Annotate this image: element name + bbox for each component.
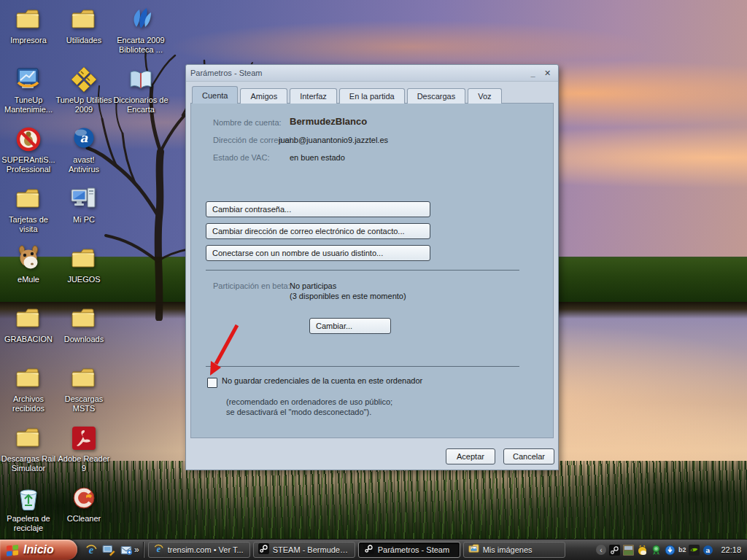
task-mis-im-genes[interactable]: Mis imágenes: [463, 542, 565, 558]
divider: [206, 366, 519, 367]
account-name-label: Nombre de cuenta:: [213, 118, 282, 127]
minimize-button[interactable]: _: [527, 68, 539, 79]
tuneup-puzzle-icon: [69, 64, 99, 95]
folder-icon: [69, 4, 99, 35]
task-label: STEAM - Bermudez...: [273, 545, 350, 554]
download-tray-icon[interactable]: [665, 545, 676, 556]
desktop-icon-descargas-msts[interactable]: Descargas MSTS: [56, 363, 112, 413]
account-tab-panel: Nombre de cuenta: BermudezBlanco Direcci…: [190, 103, 554, 438]
steam-settings-dialog: Parámetros - Steam _ ✕ CuentaAmigosInter…: [185, 64, 559, 470]
login-different-user-button[interactable]: Conectarse con un nombre de usuario dist…: [206, 245, 430, 261]
task-label: trensim.com • Ver T...: [168, 545, 244, 554]
desktop-icon-utilidades[interactable]: Utilidades: [56, 4, 112, 45]
desktop-icon-diccionarios-de-encarta[interactable]: Diccionarios de Encarta: [113, 64, 169, 114]
accept-button[interactable]: Aceptar: [446, 448, 495, 464]
steam-icon: [258, 543, 269, 557]
desktop-icon-encarta-2009-biblioteca[interactable]: Encarta 2009 Biblioteca ...: [113, 4, 169, 55]
taskbar-clock: 22:18: [721, 545, 741, 554]
svg-text:a: a: [80, 131, 88, 145]
show-desktop-icon[interactable]: [102, 543, 115, 556]
change-email-button[interactable]: Cambiar dirección de correo electrónico …: [206, 223, 430, 239]
folder-icon: [13, 363, 44, 394]
task-trensim-com-ver-t[interactable]: etrensim.com • Ver T...: [148, 542, 250, 558]
ccleaner-icon: [69, 483, 99, 513]
desktop-icon-label: Downloads: [50, 335, 118, 344]
account-name-value: BermudezBlanco: [290, 116, 367, 127]
folder-icon: [13, 303, 44, 334]
cancel-button[interactable]: Cancelar: [503, 448, 554, 464]
ie-icon[interactable]: e: [85, 543, 98, 556]
dialog-titlebar: Parámetros - Steam _ ✕: [186, 65, 558, 82]
adobe-icon: [69, 423, 99, 454]
avast-tray-icon[interactable]: a: [703, 545, 713, 556]
desktop-icon-superantis-professional[interactable]: SUPERAntiS... Professional: [1, 124, 56, 174]
folder-icon: [69, 244, 99, 274]
tab-descargas[interactable]: Descargas: [407, 88, 466, 104]
quick-launch-overflow-chevron[interactable]: »: [134, 545, 139, 555]
desktop-icon-impresora[interactable]: Impresora: [1, 4, 56, 45]
tray-collapse-chevron[interactable]: ‹: [596, 545, 606, 555]
task-label: Parámetros - Steam: [378, 545, 449, 554]
desktop-icon-label: Adobe Reader 9: [50, 454, 118, 473]
desktop-icon-emule[interactable]: eMule: [1, 244, 56, 284]
system-tray: ‹ b2a 22:18: [596, 545, 747, 556]
no-save-credentials-checkbox[interactable]: [207, 378, 217, 388]
desktop-icon-adobe-reader-9[interactable]: Adobe Reader 9: [56, 423, 112, 473]
taskbar: Inicio e » etrensim.com • Ver T...STEAM …: [0, 539, 747, 560]
divider: [206, 270, 519, 271]
book-icon: [125, 64, 156, 95]
vac-status-label: Estado de VAC:: [213, 153, 269, 162]
desktop-icon-tuneup-utilities-2009[interactable]: TuneUp Utilities 2009: [56, 64, 112, 114]
desktop-icon-archivos-recibidos[interactable]: Archivos recibidos: [1, 363, 56, 413]
svg-text:a: a: [706, 546, 711, 553]
credentials-note-line2: se desactivará el "modo desconectado").: [226, 408, 371, 416]
tab-amigos[interactable]: Amigos: [240, 88, 287, 104]
desktop-icon-mi-pc[interactable]: Mi PC: [56, 184, 112, 225]
b2-tray-icon[interactable]: b2: [678, 545, 686, 556]
task-par-metros-steam[interactable]: Parámetros - Steam: [358, 542, 460, 558]
desktop-icon-label: Encarta 2009 Biblioteca ...: [107, 36, 175, 55]
start-button[interactable]: Inicio: [0, 540, 77, 560]
myimages-icon: [468, 543, 479, 557]
task-steam-bermudez[interactable]: STEAM - Bermudez...: [253, 542, 355, 558]
credentials-note-line1: (recomendado en ordenadores de uso públi…: [226, 397, 392, 406]
desktop-icon-tarjetas-de-visita[interactable]: Tarjetas de visita: [1, 184, 56, 234]
photo-tray-icon[interactable]: [623, 545, 634, 556]
folder-icon: [69, 303, 99, 334]
outlook-icon[interactable]: [120, 543, 133, 556]
tab-voz[interactable]: Voz: [468, 88, 501, 104]
beta-status: No participas: [290, 281, 336, 290]
beta-availability: (3 disponibles en este momento): [290, 292, 406, 300]
red-annotation-arrow: [203, 322, 244, 382]
desktop-icon-label: Descargas MSTS: [50, 394, 118, 413]
desktop-icon-ccleaner[interactable]: CCleaner: [56, 483, 112, 524]
tab-en-la-partida[interactable]: En la partida: [339, 88, 405, 104]
close-button[interactable]: ✕: [541, 68, 554, 79]
tab-interfaz[interactable]: Interfaz: [290, 88, 337, 104]
nvidia-tray-icon[interactable]: [689, 545, 700, 556]
desktop-icon-downloads[interactable]: Downloads: [56, 303, 112, 344]
change-password-button[interactable]: Cambiar contraseña...: [206, 201, 430, 217]
steam-icon: [363, 543, 374, 557]
recycle-icon: [13, 483, 44, 513]
folder-icon: [69, 363, 99, 394]
emule-tray-icon[interactable]: [637, 545, 648, 556]
windows-logo-icon: [6, 544, 20, 556]
badge-tray-icon[interactable]: [651, 545, 662, 556]
desktop-icon-label: CCleaner: [50, 514, 118, 524]
desktop-icon-avast-antivirus[interactable]: aavast! Antivirus: [56, 124, 112, 174]
desktop-icon-descargas-rail-simulator[interactable]: Descargas Rail Simulator: [1, 423, 56, 473]
start-button-label: Inicio: [23, 543, 54, 556]
desktop-icon-label: avast! Antivirus: [50, 155, 118, 174]
tab-cuenta[interactable]: Cuenta: [192, 86, 238, 104]
desktop-icon-papelera-de-reciclaje[interactable]: Papelera de reciclaje: [1, 483, 56, 533]
desktop-icon-tuneup-mantenimie[interactable]: TuneUp Mantenimie...: [1, 64, 56, 114]
avast-icon: a: [69, 124, 99, 155]
ie-icon: e: [153, 543, 164, 557]
desktop-icon-label: JUEGOS: [50, 275, 118, 284]
steam-tray-icon[interactable]: [609, 545, 620, 556]
beta-change-button[interactable]: Cambiar...: [309, 318, 391, 334]
desktop-icon-juegos[interactable]: JUEGOS: [56, 244, 112, 284]
no-save-credentials-label: No guardar credenciales de la cuenta en …: [222, 376, 422, 385]
desktop-icon-grabacion[interactable]: GRABACION: [1, 303, 56, 344]
